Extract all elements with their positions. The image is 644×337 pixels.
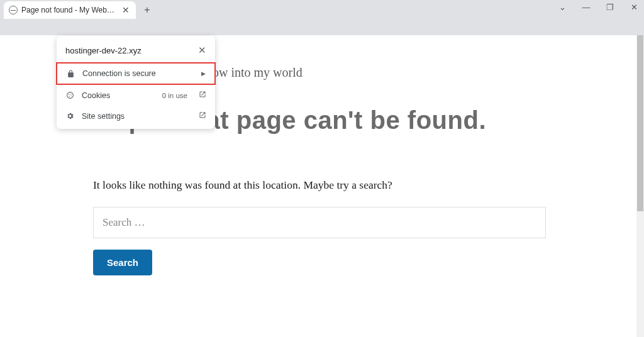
- error-description: It looks like nothing was found at this …: [93, 179, 546, 192]
- svg-point-3: [70, 94, 70, 94]
- chevron-down-icon[interactable]: ⌄: [556, 3, 569, 12]
- search-button[interactable]: Search: [93, 250, 152, 275]
- svg-point-5: [70, 96, 71, 96]
- connection-label: Connection is secure: [82, 69, 194, 78]
- connection-secure-row[interactable]: Connection is secure ▶: [56, 62, 216, 85]
- cookies-count: 0 in use: [162, 92, 187, 99]
- scrollbar-thumb[interactable]: [637, 35, 643, 211]
- svg-point-1: [67, 92, 73, 99]
- lock-icon: [66, 70, 75, 78]
- site-settings-label: Site settings: [82, 112, 191, 121]
- tab-title: Page not found - My Website: [21, 6, 117, 14]
- popup-header: hostinger-dev-22.xyz ✕: [57, 36, 215, 62]
- svg-point-4: [69, 96, 69, 96]
- cookies-label: Cookies: [82, 91, 155, 100]
- scrollbar[interactable]: [636, 35, 644, 337]
- new-tab-button[interactable]: +: [138, 1, 156, 19]
- chevron-right-icon: ▶: [201, 70, 206, 77]
- close-popup-icon[interactable]: ✕: [198, 45, 206, 56]
- cookie-icon: [65, 91, 74, 99]
- maximize-button[interactable]: ❐: [604, 3, 616, 12]
- minimize-button[interactable]: —: [580, 3, 592, 12]
- site-settings-row[interactable]: Site settings: [57, 106, 215, 126]
- close-window-button[interactable]: ✕: [628, 3, 640, 12]
- browser-tab[interactable]: Page not found - My Website ✕: [4, 1, 136, 19]
- open-external-icon: [199, 111, 206, 121]
- tab-bar: Page not found - My Website ✕ +: [0, 0, 644, 19]
- svg-point-2: [69, 94, 69, 95]
- open-external-icon: [199, 91, 206, 100]
- window-controls: ⌄ — ❐ ✕: [556, 3, 640, 12]
- site-tagline: ow into my world: [213, 65, 546, 80]
- gear-icon: [65, 112, 74, 120]
- site-info-popup: hostinger-dev-22.xyz ✕ Connection is sec…: [57, 36, 215, 129]
- globe-icon: [9, 6, 18, 14]
- cookies-row[interactable]: Cookies 0 in use: [57, 85, 215, 106]
- browser-chrome: Page not found - My Website ✕ + ⌄ — ❐ ✕: [0, 0, 644, 35]
- popup-domain: hostinger-dev-22.xyz: [65, 46, 142, 55]
- close-tab-icon[interactable]: ✕: [121, 5, 131, 15]
- search-input[interactable]: [93, 207, 546, 238]
